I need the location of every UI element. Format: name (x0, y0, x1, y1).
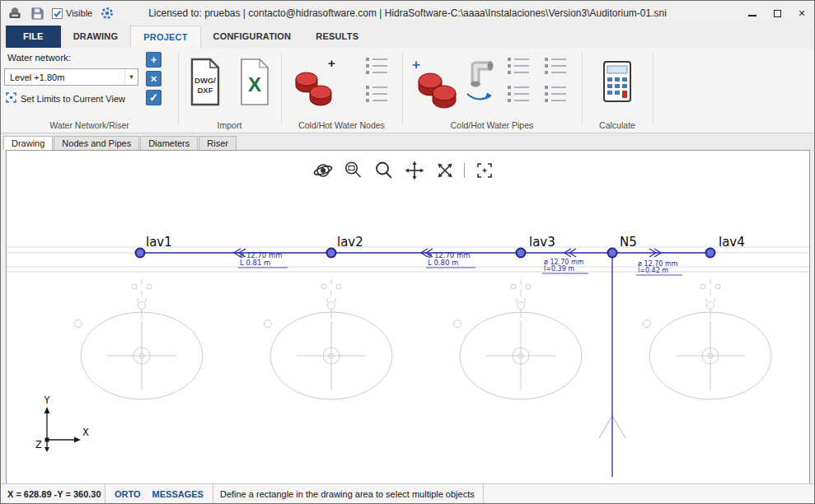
pipe-fittings-button[interactable] (459, 53, 502, 112)
node-lav1[interactable] (136, 249, 145, 258)
pipe-elbow-icon (461, 58, 500, 107)
water-nodes-icon: + (292, 56, 338, 109)
ribbon-separator (653, 52, 653, 126)
axis-x-label: X (82, 427, 89, 438)
numbered-list-icon (363, 54, 390, 77)
messages-button[interactable]: MESSAGES (150, 489, 213, 499)
node-n5[interactable] (608, 249, 617, 258)
sink-lav3 (454, 279, 583, 399)
drawing-svg: ø 12.70 mm L 0.81 m ø 12.70 mm L 0.80 m … (7, 151, 809, 484)
node-label-n5: N5 (620, 235, 637, 250)
pipe-table-tool[interactable] (541, 81, 570, 107)
node-label-lav4: lav4 (719, 235, 745, 250)
doc-tab-drawing[interactable]: Drawing (3, 136, 53, 150)
dwg-dxf-icon: DWG/ DXF (188, 58, 221, 107)
water-pipes-add-icon: + (410, 56, 457, 109)
document-tab-bar: Drawing Nodes and Pipes Diameters Riser (1, 133, 814, 150)
add-water-node-button[interactable]: + (291, 53, 339, 112)
maximize-button[interactable] (765, 2, 789, 26)
node-label-lav2: lav2 (337, 235, 363, 250)
pipe-list-tool[interactable] (504, 81, 533, 107)
tab-configuration[interactable]: CONFIGURATION (201, 26, 304, 48)
pipe-length-label: L 0.81 m (240, 259, 270, 267)
group-label-water-network: Water Network/Riser (1, 120, 178, 130)
tab-project[interactable]: PROJECT (130, 26, 200, 48)
pipe-length-label: l=0.42 m (638, 267, 668, 274)
select-rectangle-tool-icon[interactable] (473, 159, 495, 181)
set-limits-button[interactable]: Set Limits to Current View (3, 90, 128, 107)
set-limits-icon (6, 92, 16, 105)
node-list-tool[interactable] (362, 81, 391, 107)
sink-symbols (75, 279, 772, 399)
pipe-labels-tool[interactable] (541, 53, 570, 79)
numbered-list-icon (542, 82, 569, 105)
calculate-button[interactable] (596, 53, 639, 112)
cursor-coordinates: X = 628.89 -Y = 360.30 (1, 489, 105, 499)
axis-z-label: Z (35, 439, 42, 450)
axis-y-label: Y (43, 394, 50, 406)
pipe-length-label: l=0.39 m (544, 265, 574, 273)
orto-toggle[interactable]: ORTO (105, 489, 150, 499)
pan-tool-icon[interactable] (403, 159, 425, 181)
sink-lav1 (75, 279, 204, 399)
statusbar-hint: Define a rectangle in the drawing area t… (213, 484, 484, 504)
doc-tab-riser[interactable]: Riser (199, 136, 237, 150)
zoom-window-tool-icon[interactable] (342, 159, 364, 181)
import-excel-button[interactable]: X (232, 53, 276, 112)
node-label-lav1: lav1 (146, 235, 172, 250)
node-numbering-tool[interactable] (362, 53, 391, 79)
visible-checkbox[interactable]: Visible (52, 8, 92, 19)
app-window: Visible Licensed to: pruebas | contacto@… (0, 0, 815, 504)
level-dropdown[interactable]: Level +1.80m ▾ (4, 68, 138, 86)
tab-results[interactable]: RESULTS (303, 26, 371, 48)
minimize-icon (748, 15, 756, 16)
numbered-list-icon (505, 54, 532, 77)
orbit-tool-icon[interactable] (311, 159, 334, 181)
pipe-numbering-tool[interactable] (504, 53, 533, 79)
zoom-extents-tool-icon[interactable] (433, 159, 456, 181)
minimize-button[interactable] (740, 2, 765, 26)
water-network-label: Water network: (7, 53, 71, 63)
level-value: Level +1.80m (5, 72, 124, 82)
group-label-pipes: Cold/Hot Water Pipes (402, 120, 582, 130)
import-dwg-button[interactable]: DWG/ DXF (182, 53, 227, 112)
checkbox-check-icon (52, 8, 63, 19)
confirm-level-button[interactable]: ✓ (146, 90, 162, 105)
ribbon-tab-bar: FILE DRAWING PROJECT CONFIGURATION RESUL… (1, 26, 814, 48)
add-level-button[interactable]: + (146, 52, 162, 68)
tab-file[interactable]: FILE (6, 26, 61, 48)
node-lav3[interactable] (517, 249, 526, 258)
ribbon-separator (402, 52, 403, 126)
ribbon-separator (281, 52, 282, 126)
ucs-axes-icon: Y X Z (35, 394, 89, 452)
window-controls: × (740, 2, 814, 26)
numbered-list-icon (505, 82, 532, 105)
node-lav4[interactable] (706, 249, 715, 258)
tab-drawing[interactable]: DRAWING (61, 26, 131, 48)
save-icon[interactable] (30, 6, 44, 21)
add-water-pipe-button[interactable]: + (409, 53, 458, 112)
node-lav2[interactable] (327, 249, 336, 258)
canvas-toolbar (311, 159, 495, 181)
ribbon-separator (582, 52, 583, 126)
settings-gear-icon[interactable] (100, 6, 115, 21)
delete-level-button[interactable]: × (146, 71, 162, 86)
maximize-icon (774, 10, 781, 17)
dropdown-arrow-icon: ▾ (124, 69, 138, 85)
zoom-tool-icon[interactable] (372, 159, 395, 181)
doc-tab-nodes-and-pipes[interactable]: Nodes and Pipes (54, 136, 139, 150)
window-title: Licensed to: pruebas | contacto@hidrasof… (1, 7, 814, 19)
svg-text:+: + (412, 57, 420, 72)
close-button[interactable]: × (789, 2, 814, 26)
visible-label: Visible (66, 8, 92, 18)
drawing-canvas[interactable]: ø 12.70 mm L 0.81 m ø 12.70 mm L 0.80 m … (6, 150, 810, 485)
numbered-list-icon (363, 82, 390, 105)
svg-text:+: + (328, 56, 335, 70)
wall-lines (7, 247, 809, 272)
doc-tab-diameters[interactable]: Diameters (140, 136, 198, 150)
group-label-nodes: Cold/Hot Water Nodes (281, 120, 402, 130)
svg-text:DWG/: DWG/ (194, 76, 216, 85)
set-limits-label: Set Limits to Current View (21, 94, 125, 104)
ribbon-separator (178, 52, 179, 126)
group-label-import: Import (178, 120, 281, 130)
